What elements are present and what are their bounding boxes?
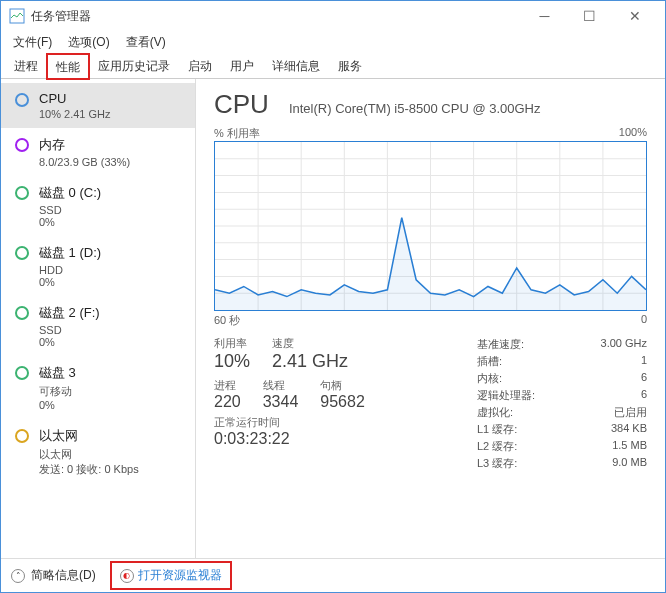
sidebar-item-disk-3[interactable]: 磁盘 1 (D:) HDD 0% — [1, 236, 195, 296]
sidebar-item-net-6[interactable]: 以太网 以太网 发送: 0 接收: 0 Kbps — [1, 419, 195, 485]
disk-icon — [15, 366, 29, 380]
tab-services[interactable]: 服务 — [329, 53, 371, 78]
tab-app-history[interactable]: 应用历史记录 — [89, 53, 179, 78]
chart-y-label: % 利用率 — [214, 126, 260, 141]
footer: ˄ 简略信息(D) ◐ 打开资源监视器 — [1, 558, 665, 592]
panel-subtitle: Intel(R) Core(TM) i5-8500 CPU @ 3.00GHz — [289, 101, 541, 116]
menu-view[interactable]: 查看(V) — [118, 32, 174, 53]
disk-icon — [15, 246, 29, 260]
net-icon — [15, 429, 29, 443]
cpu-icon — [15, 93, 29, 107]
stat-value: 2.41 GHz — [272, 351, 348, 372]
mem-icon — [15, 138, 29, 152]
app-icon — [9, 8, 25, 24]
minimize-button[interactable]: ─ — [522, 1, 567, 31]
close-button[interactable]: ✕ — [612, 1, 657, 31]
maximize-button[interactable]: ☐ — [567, 1, 612, 31]
cpu-chart — [214, 141, 647, 311]
spec-value: 已启用 — [614, 405, 647, 420]
panel-title: CPU — [214, 89, 269, 120]
main-panel: CPU Intel(R) Core(TM) i5-8500 CPU @ 3.00… — [196, 79, 665, 558]
menu-file[interactable]: 文件(F) — [5, 32, 60, 53]
spec-value: 1 — [641, 354, 647, 369]
stat-value: 220 — [214, 393, 241, 411]
tab-startup[interactable]: 启动 — [179, 53, 221, 78]
fewer-details-button[interactable]: ˄ 简略信息(D) — [11, 567, 96, 584]
spec-value: 6 — [641, 371, 647, 386]
open-resource-monitor-link[interactable]: ◐ 打开资源监视器 — [114, 565, 228, 586]
tab-details[interactable]: 详细信息 — [263, 53, 329, 78]
sidebar-item-disk-4[interactable]: 磁盘 2 (F:) SSD 0% — [1, 296, 195, 356]
tab-users[interactable]: 用户 — [221, 53, 263, 78]
spec-value: 3.00 GHz — [601, 337, 647, 352]
sidebar-item-cpu-0[interactable]: CPU 10% 2.41 GHz — [1, 83, 195, 128]
menu-bar: 文件(F) 选项(O) 查看(V) — [1, 31, 665, 53]
stat-value: 95682 — [320, 393, 365, 411]
uptime-value: 0:03:23:22 — [214, 430, 477, 448]
svg-rect-0 — [10, 9, 24, 23]
spec-value: 9.0 MB — [612, 456, 647, 471]
sidebar-item-disk-5[interactable]: 磁盘 3 可移动 0% — [1, 356, 195, 419]
chart-x-left: 60 秒 — [214, 313, 240, 328]
tab-processes[interactable]: 进程 — [5, 53, 47, 78]
sidebar-item-mem-1[interactable]: 内存 8.0/23.9 GB (33%) — [1, 128, 195, 176]
window-title: 任务管理器 — [31, 8, 522, 25]
disk-icon — [15, 306, 29, 320]
stat-value: 10% — [214, 351, 250, 372]
disk-icon — [15, 186, 29, 200]
uptime-label: 正常运行时间 — [214, 415, 477, 430]
spec-value: 6 — [641, 388, 647, 403]
spec-value: 384 KB — [611, 422, 647, 437]
sidebar-item-disk-2[interactable]: 磁盘 0 (C:) SSD 0% — [1, 176, 195, 236]
spec-value: 1.5 MB — [612, 439, 647, 454]
stat-value: 3344 — [263, 393, 299, 411]
chart-x-right: 0 — [641, 313, 647, 328]
sidebar: CPU 10% 2.41 GHz 内存 8.0/23.9 GB (33%) 磁盘… — [1, 79, 196, 558]
tab-performance[interactable]: 性能 — [47, 54, 89, 79]
tab-bar: 进程 性能 应用历史记录 启动 用户 详细信息 服务 — [1, 53, 665, 79]
menu-options[interactable]: 选项(O) — [60, 32, 117, 53]
resource-monitor-icon: ◐ — [120, 569, 134, 583]
title-bar: 任务管理器 ─ ☐ ✕ — [1, 1, 665, 31]
chart-y-max: 100% — [619, 126, 647, 141]
chevron-up-icon: ˄ — [11, 569, 25, 583]
